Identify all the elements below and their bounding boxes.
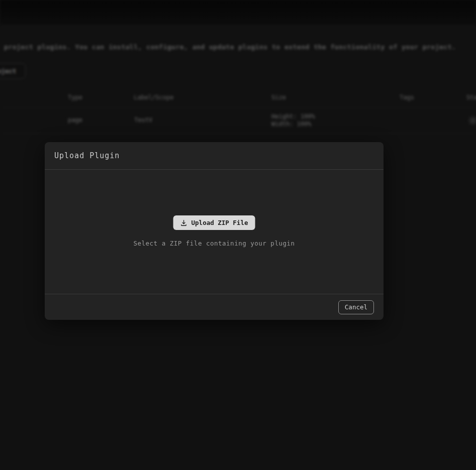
upload-icon <box>180 219 187 226</box>
app-window: project plugins. You can install, config… <box>0 0 476 470</box>
upload-zip-file-button-label: Upload ZIP File <box>192 219 248 226</box>
upload-helper-text: Select a ZIP file containing your plugin <box>45 240 384 247</box>
upload-zip-file-button[interactable]: Upload ZIP File <box>173 215 255 230</box>
dialog-footer: Cancel <box>45 294 384 320</box>
dialog-header: Upload Plugin <box>45 142 384 170</box>
cancel-button[interactable]: Cancel <box>338 300 374 314</box>
dialog-title: Upload Plugin <box>54 151 120 160</box>
dialog-body: Upload ZIP File Select a ZIP file contai… <box>45 170 384 294</box>
upload-plugin-dialog: Upload Plugin Upload ZIP File Select a Z… <box>45 142 384 320</box>
